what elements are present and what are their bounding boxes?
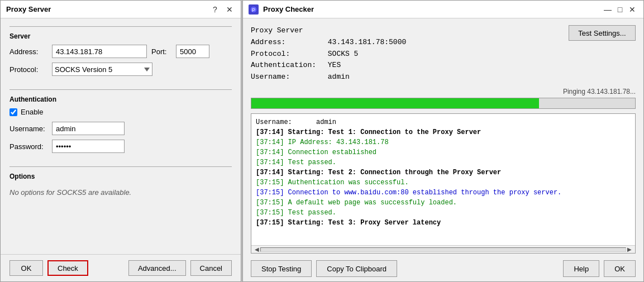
server-section-label: Server [9,32,232,40]
username-label: Username: [9,125,47,133]
proxy-info-auth-label: Authentication: [251,60,323,71]
checker-icon: P [249,4,259,15]
ping-status: Pinging 43.143.181.78... [251,88,636,95]
protocol-select[interactable]: SOCKS Version 5 SOCKS Version 4 HTTP [52,63,152,76]
proxy-info-username-label: Username: [251,71,323,83]
proxy-checker-window: P Proxy Checker — □ ✕ Proxy Server Addre… [242,0,644,282]
log-line: [37:14] Starting: Test 2: Connection thr… [256,168,631,178]
log-area[interactable]: Username: admin[37:14] Starting: Test 1:… [251,114,635,245]
log-line: [37:15] A default web page was successfu… [256,198,631,208]
cancel-button[interactable]: Cancel [190,260,232,276]
checker-top: Proxy Server Address: 43.143.181.78:5000… [251,25,636,83]
proxy-info-protocol-label: Protocol: [251,49,323,60]
log-line: [37:14] IP Address: 43.143.181.78 [256,137,631,147]
address-row: Address: Port: [9,45,232,58]
password-label: Password: [9,142,47,151]
checker-content: Proxy Server Address: 43.143.181.78:5000… [243,18,643,281]
proxy-info-username-value: admin [328,73,350,81]
copy-to-clipboard-button[interactable]: Copy To Clipboard [316,260,397,277]
auth-section: Authentication Enable Username: Password… [9,89,232,157]
ok-button[interactable]: OK [9,260,43,276]
proxy-server-window: Proxy Server ? ✕ Server Address: Port: P… [0,0,241,282]
log-line: [37:15] Authentication was successful. [256,178,631,188]
help-button[interactable]: Help [563,260,599,277]
proxy-server-help-button[interactable]: ? [209,4,221,15]
username-input[interactable] [52,122,125,135]
log-line: [37:15] Starting: Test 3: Proxy Server l… [256,218,631,228]
scroll-right-arrow[interactable]: ▶ [626,246,633,252]
scroll-left-arrow[interactable]: ◀ [254,246,260,252]
proxy-info-server-label: Proxy Server [251,25,323,37]
proxy-server-content: Server Address: Port: Protocol: SOCKS Ve… [1,18,241,254]
log-area-wrapper: Username: admin[37:14] Starting: Test 1:… [251,113,636,254]
test-settings-button[interactable]: Test Settings... [569,25,636,41]
proxy-info-address-line: Address: 43.143.181.78:5000 [251,37,563,49]
proxy-server-titlebar-controls: ? ✕ [209,4,235,15]
proxy-info-protocol-value: SOCKS 5 [328,50,359,58]
password-row: Password: [9,140,232,153]
log-line: [37:14] Test passed. [256,157,631,168]
proxy-info-address-label: Address: [251,37,323,49]
proxy-info-auth-value: YES [328,61,341,69]
enable-label: Enable [21,108,43,116]
proxy-info: Proxy Server Address: 43.143.181.78:5000… [251,25,563,83]
proxy-info-username-line: Username: admin [251,71,563,83]
options-section-label: Options [9,173,232,180]
scroll-track[interactable] [260,247,626,252]
proxy-server-titlebar: Proxy Server ? ✕ [1,1,241,18]
checker-title: Proxy Checker [263,5,314,13]
log-line: [37:15] Connection to www.baidu.com:80 e… [256,188,631,198]
progress-bar-fill [251,98,539,108]
proxy-info-server-line: Proxy Server [251,25,563,37]
enable-row: Enable [9,108,232,116]
username-row: Username: [9,122,232,135]
proxy-info-address-value: 43.143.181.78:5000 [328,38,406,46]
proxy-server-close-button[interactable]: ✕ [224,4,235,15]
horizontal-scrollbar[interactable]: ◀ ▶ [251,245,635,253]
checker-titlebar: P Proxy Checker — □ ✕ [243,1,643,18]
proxy-info-auth-line: Authentication: YES [251,60,563,71]
svg-text:P: P [252,7,255,13]
password-input[interactable] [52,140,125,153]
protocol-label: Protocol: [9,65,47,74]
options-section: Options No options for SOCKS5 are availa… [9,166,232,200]
checker-title-left: P Proxy Checker [249,4,314,15]
port-label: Port: [151,47,171,56]
stop-testing-button[interactable]: Stop Testing [251,260,312,277]
port-input[interactable] [176,45,209,58]
server-section: Server Address: Port: Protocol: SOCKS Ve… [9,26,232,80]
log-line: Username: admin [256,117,631,127]
enable-checkbox[interactable] [9,108,17,116]
proxy-server-title: Proxy Server [6,5,51,13]
progress-bar-container [251,98,636,109]
log-line: [37:15] Test passed. [256,208,631,218]
proxy-server-bottom-buttons: OK Check Advanced... Cancel [1,254,241,281]
no-options-text: No options for SOCKS5 are available. [9,185,232,200]
proxy-info-protocol-line: Protocol: SOCKS 5 [251,49,563,60]
address-input[interactable] [52,45,147,58]
checker-minimize-button[interactable]: — [602,4,613,15]
log-line: [37:14] Starting: Test 1: Connection to … [256,127,631,137]
checker-close-button[interactable]: ✕ [627,4,638,15]
address-label: Address: [9,47,47,56]
checker-maximize-button[interactable]: □ [614,4,626,15]
checker-ok-button[interactable]: OK [604,260,636,277]
check-button[interactable]: Check [47,260,88,276]
log-line: [37:14] Connection established [256,147,631,157]
auth-section-label: Authentication [9,95,232,103]
advanced-button[interactable]: Advanced... [128,260,186,276]
checker-bottom-buttons: Stop Testing Copy To Clipboard Help OK [251,258,636,277]
protocol-row: Protocol: SOCKS Version 5 SOCKS Version … [9,63,232,76]
checker-titlebar-controls: — □ ✕ [602,4,638,15]
